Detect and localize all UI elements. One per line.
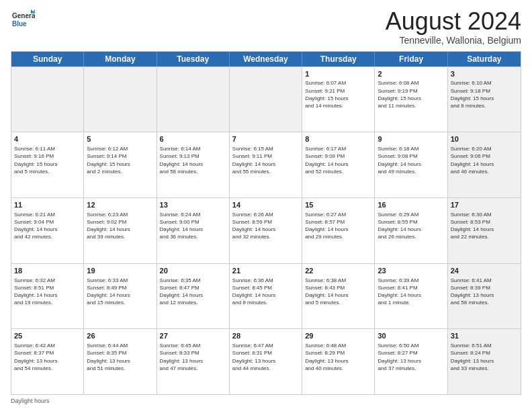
header-day-monday: Monday — [84, 52, 157, 66]
calendar-cell-2-7: 10Sunrise: 6:20 AM Sunset: 9:06 PM Dayli… — [448, 132, 521, 197]
day-number: 26 — [87, 331, 153, 341]
calendar-cell-4-5: 22Sunrise: 6:38 AM Sunset: 8:43 PM Dayli… — [302, 264, 375, 329]
cell-info: Sunrise: 6:44 AM Sunset: 8:35 PM Dayligh… — [87, 342, 153, 372]
cell-info: Sunrise: 6:33 AM Sunset: 8:49 PM Dayligh… — [87, 277, 153, 307]
cell-info: Sunrise: 6:15 AM Sunset: 9:11 PM Dayligh… — [232, 145, 299, 175]
calendar-cell-2-3: 6Sunrise: 6:14 AM Sunset: 9:13 PM Daylig… — [157, 132, 230, 197]
day-number: 12 — [87, 200, 153, 210]
day-number: 11 — [14, 200, 81, 210]
header-day-friday: Friday — [375, 52, 447, 66]
day-number: 21 — [232, 266, 299, 276]
calendar-cell-4-7: 24Sunrise: 6:41 AM Sunset: 8:39 PM Dayli… — [448, 264, 521, 329]
cell-info: Sunrise: 6:29 AM Sunset: 8:55 PM Dayligh… — [378, 211, 444, 241]
day-number: 17 — [451, 200, 518, 210]
day-number: 20 — [160, 266, 226, 276]
header-day-sunday: Sunday — [11, 52, 84, 66]
day-number: 23 — [378, 266, 444, 276]
day-number: 3 — [451, 69, 518, 79]
calendar-cell-3-6: 16Sunrise: 6:29 AM Sunset: 8:55 PM Dayli… — [375, 198, 447, 263]
calendar-cell-5-3: 27Sunrise: 6:45 AM Sunset: 8:33 PM Dayli… — [157, 329, 230, 394]
day-number: 10 — [451, 134, 518, 144]
calendar-header: SundayMondayTuesdayWednesdayThursdayFrid… — [11, 52, 521, 66]
cell-info: Sunrise: 6:41 AM Sunset: 8:39 PM Dayligh… — [451, 277, 518, 307]
calendar-cell-3-3: 13Sunrise: 6:24 AM Sunset: 9:00 PM Dayli… — [157, 198, 230, 263]
title-block: August 2024 Tenneville, Wallonia, Belgiu… — [386, 8, 521, 46]
cell-info: Sunrise: 6:23 AM Sunset: 9:02 PM Dayligh… — [87, 211, 153, 241]
day-number: 5 — [87, 134, 153, 144]
calendar-week-3: 11Sunrise: 6:21 AM Sunset: 9:04 PM Dayli… — [11, 197, 521, 263]
calendar-week-4: 18Sunrise: 6:32 AM Sunset: 8:51 PM Dayli… — [11, 263, 521, 329]
calendar-cell-5-5: 29Sunrise: 6:48 AM Sunset: 8:29 PM Dayli… — [302, 329, 375, 394]
day-number: 18 — [14, 266, 81, 276]
cell-info: Sunrise: 6:45 AM Sunset: 8:33 PM Dayligh… — [160, 342, 226, 372]
calendar-cell-1-2 — [84, 67, 157, 132]
cell-info: Sunrise: 6:30 AM Sunset: 8:53 PM Dayligh… — [451, 211, 518, 241]
cell-info: Sunrise: 6:50 AM Sunset: 8:27 PM Dayligh… — [378, 342, 444, 372]
day-number: 1 — [305, 69, 371, 79]
svg-text:Blue: Blue — [12, 20, 27, 28]
calendar-cell-3-4: 14Sunrise: 6:26 AM Sunset: 8:59 PM Dayli… — [230, 198, 302, 263]
calendar: SundayMondayTuesdayWednesdayThursdayFrid… — [11, 51, 521, 395]
day-number: 27 — [160, 331, 226, 341]
day-number: 9 — [378, 134, 444, 144]
calendar-cell-3-2: 12Sunrise: 6:23 AM Sunset: 9:02 PM Dayli… — [84, 198, 157, 263]
day-number: 29 — [305, 331, 371, 341]
cell-info: Sunrise: 6:35 AM Sunset: 8:47 PM Dayligh… — [160, 277, 226, 307]
calendar-cell-1-1 — [11, 67, 84, 132]
cell-info: Sunrise: 6:39 AM Sunset: 8:41 PM Dayligh… — [378, 277, 444, 307]
cell-info: Sunrise: 6:18 AM Sunset: 9:08 PM Dayligh… — [378, 145, 444, 175]
calendar-cell-4-1: 18Sunrise: 6:32 AM Sunset: 8:51 PM Dayli… — [11, 264, 84, 329]
day-number: 14 — [232, 200, 299, 210]
day-number: 28 — [232, 331, 299, 341]
calendar-cell-1-3 — [157, 67, 230, 132]
day-number: 16 — [378, 200, 444, 210]
day-number: 7 — [232, 134, 299, 144]
footer-note: Daylight hours — [11, 398, 521, 404]
calendar-cell-4-4: 21Sunrise: 6:36 AM Sunset: 8:45 PM Dayli… — [230, 264, 302, 329]
day-number: 13 — [160, 200, 226, 210]
calendar-body: 1Sunrise: 6:07 AM Sunset: 9:21 PM Daylig… — [11, 66, 521, 394]
day-number: 22 — [305, 266, 371, 276]
cell-info: Sunrise: 6:07 AM Sunset: 9:21 PM Dayligh… — [305, 79, 371, 109]
calendar-cell-4-6: 23Sunrise: 6:39 AM Sunset: 8:41 PM Dayli… — [375, 264, 447, 329]
calendar-cell-3-1: 11Sunrise: 6:21 AM Sunset: 9:04 PM Dayli… — [11, 198, 84, 263]
cell-info: Sunrise: 6:51 AM Sunset: 8:24 PM Dayligh… — [451, 342, 518, 372]
cell-info: Sunrise: 6:14 AM Sunset: 9:13 PM Dayligh… — [160, 145, 226, 175]
header-day-wednesday: Wednesday — [230, 52, 302, 66]
cell-info: Sunrise: 6:10 AM Sunset: 9:18 PM Dayligh… — [451, 79, 518, 109]
calendar-cell-5-7: 31Sunrise: 6:51 AM Sunset: 8:24 PM Dayli… — [448, 329, 521, 394]
day-number: 31 — [451, 331, 518, 341]
header-day-tuesday: Tuesday — [157, 52, 230, 66]
cell-info: Sunrise: 6:47 AM Sunset: 8:31 PM Dayligh… — [232, 342, 299, 372]
calendar-cell-2-2: 5Sunrise: 6:12 AM Sunset: 9:14 PM Daylig… — [84, 132, 157, 197]
day-number: 24 — [451, 266, 518, 276]
calendar-cell-2-5: 8Sunrise: 6:17 AM Sunset: 9:09 PM Daylig… — [302, 132, 375, 197]
calendar-cell-3-5: 15Sunrise: 6:27 AM Sunset: 8:57 PM Dayli… — [302, 198, 375, 263]
logo-svg: General Blue — [11, 8, 35, 32]
location-subtitle: Tenneville, Wallonia, Belgium — [386, 35, 521, 46]
calendar-cell-4-2: 19Sunrise: 6:33 AM Sunset: 8:49 PM Dayli… — [84, 264, 157, 329]
cell-info: Sunrise: 6:11 AM Sunset: 9:16 PM Dayligh… — [14, 145, 81, 175]
logo: General Blue — [11, 8, 35, 32]
page-header: General Blue August 2024 Tenneville, Wal… — [11, 8, 521, 46]
month-title: August 2024 — [386, 8, 521, 35]
cell-info: Sunrise: 6:26 AM Sunset: 8:59 PM Dayligh… — [232, 211, 299, 241]
cell-info: Sunrise: 6:27 AM Sunset: 8:57 PM Dayligh… — [305, 211, 371, 241]
calendar-cell-2-6: 9Sunrise: 6:18 AM Sunset: 9:08 PM Daylig… — [375, 132, 447, 197]
calendar-cell-5-2: 26Sunrise: 6:44 AM Sunset: 8:35 PM Dayli… — [84, 329, 157, 394]
cell-info: Sunrise: 6:32 AM Sunset: 8:51 PM Dayligh… — [14, 277, 81, 307]
calendar-cell-1-6: 2Sunrise: 6:08 AM Sunset: 9:19 PM Daylig… — [375, 67, 447, 132]
cell-info: Sunrise: 6:12 AM Sunset: 9:14 PM Dayligh… — [87, 145, 153, 175]
calendar-cell-5-1: 25Sunrise: 6:42 AM Sunset: 8:37 PM Dayli… — [11, 329, 84, 394]
day-number: 2 — [378, 69, 444, 79]
header-day-thursday: Thursday — [302, 52, 375, 66]
cell-info: Sunrise: 6:08 AM Sunset: 9:19 PM Dayligh… — [378, 79, 444, 109]
day-number: 6 — [160, 134, 226, 144]
cell-info: Sunrise: 6:20 AM Sunset: 9:06 PM Dayligh… — [451, 145, 518, 175]
header-day-saturday: Saturday — [448, 52, 521, 66]
calendar-cell-2-4: 7Sunrise: 6:15 AM Sunset: 9:11 PM Daylig… — [230, 132, 302, 197]
day-number: 4 — [14, 134, 81, 144]
cell-info: Sunrise: 6:48 AM Sunset: 8:29 PM Dayligh… — [305, 342, 371, 372]
calendar-cell-4-3: 20Sunrise: 6:35 AM Sunset: 8:47 PM Dayli… — [157, 264, 230, 329]
cell-info: Sunrise: 6:21 AM Sunset: 9:04 PM Dayligh… — [14, 211, 81, 241]
